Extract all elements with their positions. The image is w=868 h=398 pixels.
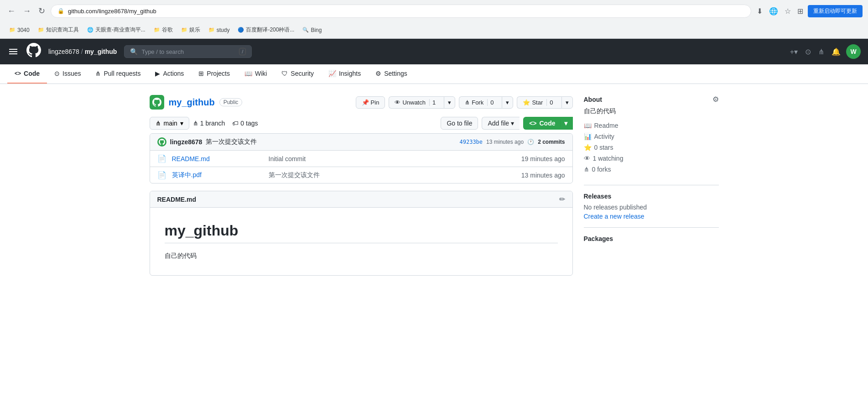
readme-link[interactable]: 📖 Readme <box>584 121 719 130</box>
packages-section: Packages <box>584 235 719 242</box>
commit-author[interactable]: lingze8678 <box>170 138 203 146</box>
fork-count: 0 <box>487 99 496 106</box>
repo-main: my_github Public 📌 Pin 👁 Unwatch 1 ▾ <box>150 95 573 276</box>
tags-link[interactable]: 🏷 0 tags <box>232 120 258 127</box>
nav-security[interactable]: 🛡 Security <box>274 64 321 84</box>
add-file-button[interactable]: Add file ▾ <box>482 117 520 130</box>
go-to-file-button[interactable]: Go to file <box>441 117 478 130</box>
url-text: github.com/lingze8678/my_github <box>68 8 744 15</box>
branch-selector[interactable]: ⋔ main ▾ <box>150 117 189 130</box>
forward-button[interactable]: → <box>21 5 33 18</box>
create-button[interactable]: +▾ <box>788 46 800 58</box>
repo-sidebar: About ⚙ 自己的代码 📖 Readme 📊 Activity ⭐ 0 st… <box>584 95 719 276</box>
file-icon: 📄 <box>157 171 166 179</box>
pin-button[interactable]: 📌 Pin <box>356 96 385 109</box>
code-button[interactable]: <> Code ▾ <box>523 117 572 130</box>
nav-wiki-label: Wiki <box>255 70 267 77</box>
table-row: 📄 英译中.pdf 第一次提交该文件 13 minutes ago <box>150 167 572 183</box>
readme-title: README.md <box>157 196 197 203</box>
breadcrumb-repo[interactable]: my_github <box>85 48 117 55</box>
branch-bar: ⋔ main ▾ ⋔ 1 branch 🏷 0 tags Go to file <box>150 117 573 130</box>
profile-button[interactable]: ⊞ <box>795 5 805 17</box>
activity-link[interactable]: 📊 Activity <box>584 132 719 141</box>
tag-icon: 🏷 <box>232 120 239 127</box>
nav-insights-label: Insights <box>339 70 361 77</box>
insights-icon: 📈 <box>328 70 336 77</box>
file-icon: 📄 <box>157 154 166 163</box>
bookmark-knowledge[interactable]: 📁 知识查询工具 <box>34 25 83 35</box>
commit-time: 13 minutes ago <box>486 139 524 145</box>
nav-pull-requests[interactable]: ⋔ Pull requests <box>88 64 148 84</box>
bookmark-label: 3040 <box>17 27 30 33</box>
file-time: 19 minutes ago <box>521 155 565 162</box>
readme-box: README.md ✏ my_github 自己的代码 <box>150 191 573 276</box>
bookmark-bing[interactable]: 🔍 Bing <box>299 26 325 35</box>
file-name[interactable]: README.md <box>172 155 263 162</box>
bookmark-baidu-translate[interactable]: 🔵 百度翻译-200种语... <box>234 25 298 35</box>
update-button[interactable]: 重新启动即可更新 <box>808 5 863 17</box>
pullrequests-button[interactable]: ⋔ <box>816 46 826 58</box>
forks-link[interactable]: ⋔ 0 forks <box>584 165 719 174</box>
bookmark-label: 谷歌 <box>162 26 173 34</box>
bookmark-tianyancha[interactable]: 🌐 天眼查-商业查询平... <box>83 25 149 35</box>
bookmark-3040[interactable]: 📁 3040 <box>5 26 33 35</box>
chevron-down-icon: ▾ <box>511 120 514 127</box>
hamburger-menu[interactable] <box>7 47 19 56</box>
wiki-icon: 📖 <box>244 70 252 77</box>
nav-wiki[interactable]: 📖 Wiki <box>237 64 274 84</box>
file-commit-msg: 第一次提交该文件 <box>269 171 516 179</box>
sidebar-divider <box>584 185 719 185</box>
download-button[interactable]: ⬇ <box>755 5 764 17</box>
folder-icon: 📁 <box>38 27 44 33</box>
about-header: About ⚙ <box>584 95 719 104</box>
nav-settings[interactable]: ⚙ Settings <box>368 64 415 84</box>
commits-link[interactable]: 2 commits <box>538 139 565 145</box>
notifications-button[interactable]: 🔔 <box>830 46 842 58</box>
create-release-link[interactable]: Create a new release <box>584 213 719 220</box>
chevron-down-icon: ▾ <box>560 120 567 127</box>
bookmark-entertainment[interactable]: 📁 娱乐 <box>177 25 204 35</box>
file-commit-msg: Initial commit <box>269 155 516 162</box>
tags-count: 0 tags <box>240 120 258 127</box>
issues-button[interactable]: ⊙ <box>803 46 813 58</box>
back-button[interactable]: ← <box>5 5 17 18</box>
nav-insights[interactable]: 📈 Insights <box>321 64 368 84</box>
file-name[interactable]: 英译中.pdf <box>172 171 263 179</box>
nav-projects[interactable]: ⊞ Projects <box>191 64 237 84</box>
eye-icon: 👁 <box>395 99 400 106</box>
commit-hash[interactable]: 49233be <box>460 139 483 145</box>
readme-heading: my_github <box>165 222 558 243</box>
star-button[interactable]: ⭐ Star 0 <box>517 96 561 109</box>
lock-icon: 🔒 <box>57 8 64 14</box>
star-dropdown[interactable]: ▾ <box>561 96 573 109</box>
nav-actions[interactable]: ▶ Actions <box>148 64 191 84</box>
sidebar-divider-2 <box>584 227 719 228</box>
breadcrumb-owner[interactable]: lingze8678 <box>48 48 79 55</box>
fork-button[interactable]: ⋔ Fork 0 <box>459 96 502 109</box>
user-avatar[interactable]: W <box>846 44 861 59</box>
book-icon: 📖 <box>584 122 592 129</box>
search-bar[interactable]: 🔍 Type / to search / <box>124 45 252 58</box>
about-section: About ⚙ 自己的代码 📖 Readme 📊 Activity ⭐ 0 st… <box>584 95 719 174</box>
github-logo[interactable] <box>26 43 41 60</box>
nav-code[interactable]: <> Code <box>7 64 47 84</box>
no-releases-text: No releases published <box>584 204 719 211</box>
stars-link[interactable]: ⭐ 0 stars <box>584 143 719 152</box>
translate-button[interactable]: 🌐 <box>767 5 780 17</box>
repo-name[interactable]: my_github <box>169 97 215 108</box>
about-settings-button[interactable]: ⚙ <box>712 95 719 104</box>
branches-link[interactable]: ⋔ 1 branch <box>193 120 225 127</box>
fork-dropdown[interactable]: ▾ <box>502 96 513 109</box>
refresh-button[interactable]: ↻ <box>36 4 47 18</box>
address-bar[interactable]: 🔒 github.com/lingze8678/my_github <box>51 5 751 18</box>
bookmark-label: 百度翻译-200种语... <box>246 26 294 34</box>
bookmark-button[interactable]: ☆ <box>783 5 793 17</box>
unwatch-button[interactable]: 👁 Unwatch 1 <box>389 96 444 109</box>
bookmark-google[interactable]: 📁 谷歌 <box>150 25 177 35</box>
readme-edit-button[interactable]: ✏ <box>559 195 565 204</box>
watching-link[interactable]: 👁 1 watching <box>584 154 719 163</box>
nav-issues[interactable]: ⊙ Issues <box>47 64 88 84</box>
unwatch-dropdown[interactable]: ▾ <box>444 96 455 109</box>
bookmark-study[interactable]: 📁 study <box>205 26 234 35</box>
readme-header: README.md ✏ <box>150 191 572 208</box>
